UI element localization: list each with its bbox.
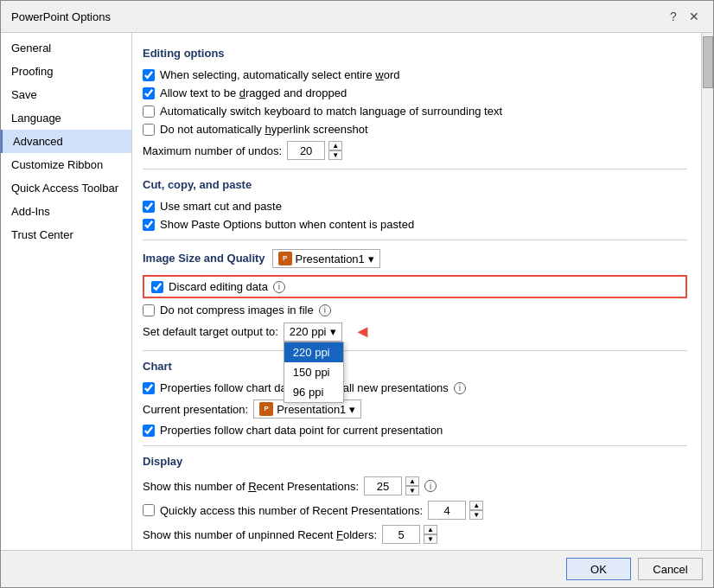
target-output-label: Set default target output to: <box>143 325 278 338</box>
sidebar-item-general[interactable]: General <box>1 36 131 60</box>
target-output-row: Set default target output to: 220 ppi ▾ … <box>143 322 687 342</box>
recent-presentations-down[interactable]: ▼ <box>405 486 419 495</box>
current-presentation-value: Presentation1 <box>277 403 346 416</box>
max-undos-down[interactable]: ▼ <box>328 150 342 160</box>
sidebar-item-add-ins[interactable]: Add-Ins <box>1 200 131 223</box>
checkbox-auto-switch-keyboard[interactable] <box>143 105 155 118</box>
option-auto-select-word: When selecting, automatically select ent… <box>143 68 687 81</box>
display-header: Display <box>143 455 687 470</box>
checkbox-paste-options[interactable] <box>143 219 155 231</box>
option-drag-drop: Allow text to be dragged and dropped <box>143 86 687 99</box>
label-smart-cut: Use smart cut and paste <box>160 200 282 213</box>
option-props-current: Properties follow chart data point for c… <box>143 424 687 437</box>
sidebar: General Proofing Save Language Advanced … <box>1 33 132 550</box>
max-undos-input[interactable]: 20 <box>287 141 325 160</box>
label-shortcut-keys: Show shortcut keys in ScreenTips <box>160 549 328 550</box>
quick-access-down[interactable]: ▼ <box>469 510 483 520</box>
unpinned-folders-down[interactable]: ▼ <box>424 534 437 544</box>
recent-presentations-up[interactable]: ▲ <box>405 476 419 486</box>
checkbox-smart-cut[interactable] <box>143 201 155 213</box>
option-shortcut-keys: Show shortcut keys in ScreenTips <box>143 549 687 550</box>
label-quick-access: Quickly access this number of Recent Pre… <box>160 504 423 517</box>
no-compress-info-icon[interactable]: i <box>319 304 331 316</box>
current-ppt-icon: P <box>259 402 273 416</box>
option-smart-cut: Use smart cut and paste <box>143 200 687 213</box>
label-auto-switch-keyboard: Automatically switch keyboard to match l… <box>160 105 502 118</box>
discard-info-icon[interactable]: i <box>273 281 285 293</box>
dialog-footer: OK Cancel <box>1 550 713 587</box>
unpinned-folders-spinner: ▲ ▼ <box>382 525 437 544</box>
scrollbar-track[interactable] <box>701 33 713 550</box>
quick-access-input[interactable] <box>428 501 466 520</box>
scrollbar-thumb[interactable] <box>703 36 713 88</box>
checkbox-shortcut-keys[interactable] <box>143 550 155 551</box>
option-auto-switch-keyboard: Automatically switch keyboard to match l… <box>143 105 687 118</box>
ok-button[interactable]: OK <box>566 558 631 580</box>
ppt-icon: P <box>278 252 292 265</box>
checkbox-no-compress[interactable] <box>143 304 155 316</box>
unpinned-folders-row: Show this number of unpinned Recent Fold… <box>143 525 687 544</box>
sidebar-item-quick-access[interactable]: Quick Access Toolbar <box>1 176 131 200</box>
checkbox-drag-drop[interactable] <box>143 87 155 99</box>
dropdown-option-150[interactable]: 150 ppi <box>284 362 343 382</box>
current-presentation-arrow: ▾ <box>349 403 355 416</box>
recent-presentations-label: Show this number of Recent Presentations… <box>143 480 359 493</box>
label-no-compress: Do not compress images in file <box>160 304 314 316</box>
option-props-all: Properties follow chart data point for a… <box>143 381 687 394</box>
target-output-popup: 220 ppi 150 ppi 96 ppi <box>284 342 344 403</box>
recent-presentations-info[interactable]: i <box>424 480 437 492</box>
label-drag-drop: Allow text to be dragged and dropped <box>160 86 347 99</box>
sidebar-item-proofing[interactable]: Proofing <box>1 60 131 83</box>
option-no-hyperlink: Do not automatically hyperlink screensho… <box>143 123 687 136</box>
label-paste-options: Show Paste Options button when content i… <box>160 218 414 231</box>
dialog-title: PowerPoint Options <box>11 10 111 23</box>
label-auto-select-word: When selecting, automatically select ent… <box>160 68 399 81</box>
sidebar-item-advanced[interactable]: Advanced <box>1 130 131 153</box>
target-output-arrow: ▾ <box>330 325 336 338</box>
max-undos-row: Maximum number of undos: 20 ▲ ▼ <box>143 141 687 160</box>
close-button[interactable]: ✕ <box>685 8 703 25</box>
checkbox-auto-select-word[interactable] <box>143 69 155 81</box>
max-undos-spinner-buttons: ▲ ▼ <box>328 141 342 160</box>
dialog-body: General Proofing Save Language Advanced … <box>1 33 713 550</box>
sidebar-item-trust-center[interactable]: Trust Center <box>1 223 131 246</box>
target-output-dropdown[interactable]: 220 ppi ▾ <box>284 323 342 342</box>
checkbox-no-hyperlink[interactable] <box>143 124 155 136</box>
label-discard-editing: Discard editing data <box>169 280 268 293</box>
props-all-info-icon[interactable]: i <box>454 382 466 394</box>
title-controls: ? ✕ <box>665 8 703 25</box>
unpinned-folders-spinner-buttons: ▲ ▼ <box>424 525 437 544</box>
presentation-dropdown-arrow: ▾ <box>368 252 374 265</box>
image-size-header: Image Size and Quality <box>143 252 265 266</box>
label-props-current: Properties follow chart data point for c… <box>160 424 443 437</box>
sidebar-item-customize-ribbon[interactable]: Customize Ribbon <box>1 153 131 176</box>
label-no-hyperlink: Do not automatically hyperlink screensho… <box>160 123 368 136</box>
current-presentation-row: Current presentation: P Presentation1 ▾ <box>143 399 687 419</box>
max-undos-spinner: 20 ▲ ▼ <box>287 141 342 160</box>
recent-presentations-row: Show this number of Recent Presentations… <box>143 476 687 495</box>
dropdown-option-96[interactable]: 96 ppi <box>284 382 343 402</box>
quick-access-up[interactable]: ▲ <box>469 501 483 510</box>
content-area: Editing options When selecting, automati… <box>132 33 701 550</box>
unpinned-folders-input[interactable] <box>382 525 420 544</box>
sidebar-item-language[interactable]: Language <box>1 106 131 130</box>
cut-copy-paste-header: Cut, copy, and paste <box>143 178 687 193</box>
checkbox-props-all[interactable] <box>143 382 155 394</box>
presentation-label: Presentation1 <box>296 252 365 265</box>
dropdown-option-220[interactable]: 220 ppi <box>284 342 343 362</box>
checkbox-quick-access[interactable] <box>143 504 155 516</box>
unpinned-folders-label: Show this number of unpinned Recent Fold… <box>143 528 377 541</box>
help-button[interactable]: ? <box>665 8 682 25</box>
current-presentation-label: Current presentation: <box>143 403 248 416</box>
sidebar-item-save[interactable]: Save <box>1 83 131 106</box>
checkbox-discard-editing[interactable] <box>151 281 163 293</box>
unpinned-folders-up[interactable]: ▲ <box>424 525 437 534</box>
target-output-value: 220 ppi <box>290 325 327 338</box>
recent-presentations-input[interactable] <box>364 476 402 495</box>
checkbox-props-current[interactable] <box>143 425 155 437</box>
option-no-compress: Do not compress images in file i <box>143 304 687 316</box>
chart-header: Chart <box>143 360 687 374</box>
presentation-dropdown[interactable]: P Presentation1 ▾ <box>272 249 380 268</box>
max-undos-up[interactable]: ▲ <box>328 141 342 150</box>
cancel-button[interactable]: Cancel <box>638 558 703 580</box>
